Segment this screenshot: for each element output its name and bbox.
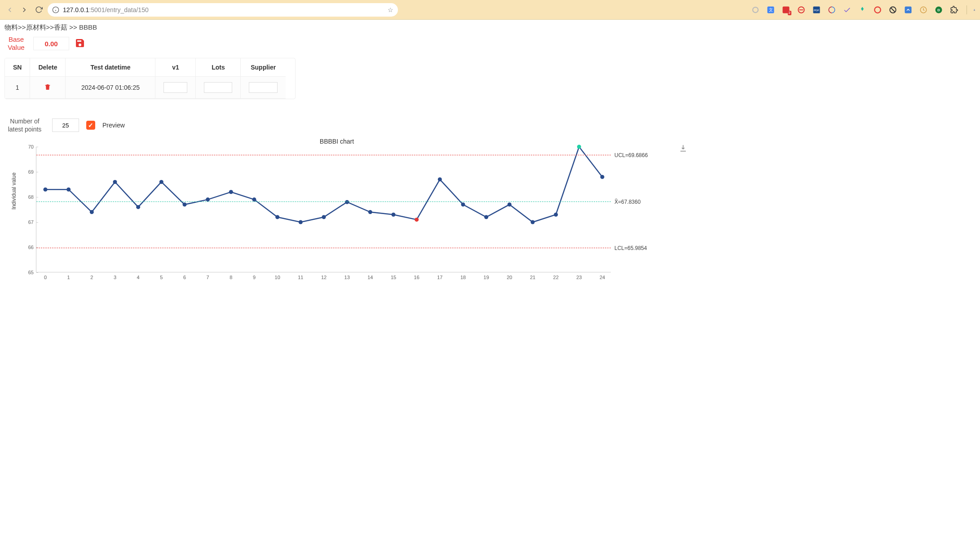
page-content: 物料>>原材料>>香菇 >> BBBB Base Value SN Delete…: [0, 20, 980, 289]
ext-check-icon[interactable]: [843, 5, 852, 14]
reload-button[interactable]: [33, 4, 44, 15]
bookmark-star-icon[interactable]: ☆: [388, 6, 393, 13]
ext-swirl-icon[interactable]: [827, 5, 836, 14]
chart-point[interactable]: [577, 145, 581, 149]
lots-input[interactable]: [204, 82, 232, 93]
x-tick: 20: [507, 272, 512, 280]
chart-plot-area[interactable]: 6566676869700123456789101112131415161718…: [36, 147, 611, 272]
ext-red-icon[interactable]: 2: [781, 5, 790, 14]
x-tick: 23: [576, 272, 582, 280]
x-tick: 22: [553, 272, 559, 280]
x-tick: 18: [460, 272, 466, 280]
x-tick: 11: [298, 272, 303, 280]
svg-text:PDF: PDF: [814, 9, 819, 12]
x-tick: 3: [114, 272, 116, 280]
latest-points-input[interactable]: [52, 118, 79, 132]
chart-point[interactable]: [345, 200, 349, 204]
preview-label: Preview: [102, 122, 125, 129]
table-row: 12024-06-07 01:06:25: [5, 77, 286, 99]
ext-lens-icon[interactable]: [858, 5, 867, 14]
chart-point[interactable]: [368, 210, 372, 214]
chart-point[interactable]: [531, 220, 535, 224]
ext-clock-icon[interactable]: [919, 5, 928, 14]
x-tick: 15: [391, 272, 396, 280]
chart-point[interactable]: [44, 188, 48, 192]
chart-point[interactable]: [554, 213, 558, 217]
x-tick: 9: [253, 272, 256, 280]
ext-pdf-icon[interactable]: PDF: [812, 5, 821, 14]
ext-arrows-icon[interactable]: [904, 5, 913, 14]
preview-checkbox[interactable]: ✓: [86, 121, 95, 130]
chart-point[interactable]: [229, 190, 233, 194]
latest-points-label-top: Number of: [4, 117, 45, 125]
cell-lots: [196, 77, 241, 99]
x-tick: 21: [530, 272, 535, 280]
trash-icon[interactable]: [44, 85, 51, 92]
base-value-label: Base Value: [4, 35, 28, 52]
cell-delete: [30, 77, 66, 99]
chart-point[interactable]: [136, 205, 140, 209]
address-bar[interactable]: 127.0.0.1:5001/entry_data/150 ☆: [48, 3, 398, 17]
hline-label-mean: X̄=67.8360: [611, 199, 640, 205]
ext-id-icon[interactable]: D: [934, 5, 943, 14]
base-label-bottom: Value: [4, 44, 28, 52]
x-tick: 14: [367, 272, 373, 280]
chart-series: [36, 147, 611, 272]
ext-translate-icon[interactable]: 文: [766, 5, 775, 14]
col-supplier: Supplier: [241, 58, 286, 77]
x-tick: 0: [44, 272, 47, 280]
svg-text:D: D: [937, 8, 940, 12]
back-button[interactable]: [4, 4, 15, 15]
y-tick: 68: [28, 194, 36, 200]
chart-point[interactable]: [438, 178, 442, 182]
download-icon[interactable]: [679, 144, 687, 153]
ext-hex-icon[interactable]: [873, 5, 882, 14]
chart-point[interactable]: [508, 203, 512, 207]
x-tick: 19: [484, 272, 489, 280]
cell-supplier: [241, 77, 286, 99]
save-icon[interactable]: [75, 38, 85, 50]
table-header-row: SN Delete Test datetime v1 Lots Supplier: [5, 58, 286, 77]
hline-lcl: LCL=65.9854: [36, 248, 611, 248]
ext-circle-icon[interactable]: [751, 5, 760, 14]
chart-point[interactable]: [461, 203, 465, 207]
y-tick: 67: [28, 219, 36, 225]
chart-point[interactable]: [275, 215, 279, 219]
chart-point[interactable]: [113, 180, 117, 184]
data-table-wrap: SN Delete Test datetime v1 Lots Supplier…: [4, 58, 296, 99]
x-tick: 4: [137, 272, 140, 280]
supplier-input[interactable]: [249, 82, 278, 93]
chart-point[interactable]: [183, 203, 187, 207]
col-datetime: Test datetime: [66, 58, 155, 77]
y-tick: 70: [28, 144, 36, 149]
chart-point[interactable]: [66, 188, 71, 192]
hline-mean: X̄=67.8360: [36, 201, 611, 202]
extensions-puzzle-icon[interactable]: [949, 5, 958, 14]
col-sn: SN: [5, 58, 30, 77]
col-lots: Lots: [196, 58, 241, 77]
cell-datetime: 2024-06-07 01:06:25: [66, 77, 155, 99]
chart-point[interactable]: [322, 215, 326, 219]
chart-point[interactable]: [299, 220, 303, 224]
v1-input[interactable]: [163, 82, 187, 93]
browser-toolbar: 127.0.0.1:5001/entry_data/150 ☆ 文 2 PDF …: [0, 0, 980, 20]
profile-avatar-icon[interactable]: [967, 5, 976, 14]
chart-point[interactable]: [600, 175, 605, 179]
chart-point[interactable]: [90, 210, 94, 214]
forward-button[interactable]: [19, 4, 30, 15]
chart-point[interactable]: [415, 218, 419, 222]
x-tick: 12: [321, 272, 327, 280]
svg-rect-15: [905, 6, 912, 13]
base-value-input[interactable]: [33, 37, 69, 50]
breadcrumb: 物料>>原材料>>香菇 >> BBBB: [4, 23, 976, 32]
chart-point[interactable]: [392, 213, 396, 217]
cell-v1: [155, 77, 196, 99]
svg-text:文: 文: [769, 8, 773, 12]
svg-point-12: [874, 7, 881, 13]
ext-block-icon[interactable]: [888, 5, 897, 14]
ext-noentry-icon[interactable]: [797, 5, 806, 14]
chart-point[interactable]: [484, 215, 488, 219]
latest-points-label-bottom: latest points: [4, 125, 45, 133]
chart-point[interactable]: [159, 180, 163, 184]
svg-point-20: [974, 9, 975, 10]
